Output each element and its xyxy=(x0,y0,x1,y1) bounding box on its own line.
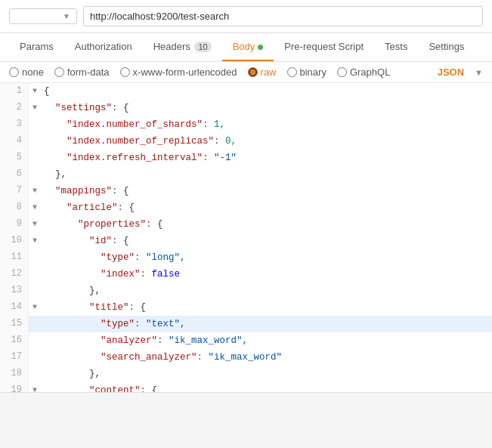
tab-settings[interactable]: Settings xyxy=(418,33,475,61)
line-content: "index.number_of_replicas": 0, xyxy=(41,133,492,150)
line-arrow-icon[interactable]: ▼ xyxy=(29,299,41,316)
code-line: 13 }, xyxy=(0,283,492,299)
line-content: "index.number_of_shards": 1, xyxy=(41,116,492,133)
line-number: 6 xyxy=(0,166,29,183)
code-line: 19▼ "content": { xyxy=(0,382,492,392)
line-content: "type": "text", xyxy=(41,316,492,332)
line-content: { xyxy=(41,83,492,100)
line-arrow-icon[interactable]: ▼ xyxy=(29,233,41,249)
tab-tests[interactable]: Tests xyxy=(374,33,418,61)
body-option-x-www-form-urlencoded[interactable]: x-www-form-urlencoded xyxy=(120,66,237,78)
body-option-none[interactable]: none xyxy=(9,66,44,78)
url-input[interactable] xyxy=(83,6,483,26)
line-content: }, xyxy=(41,166,492,183)
body-option-GraphQL[interactable]: GraphQL xyxy=(337,66,390,78)
tab-pre-request-script[interactable]: Pre-request Script xyxy=(274,33,374,61)
code-line: 10▼ "id": { xyxy=(0,233,492,249)
tab-headers[interactable]: Headers 10 xyxy=(143,33,222,61)
code-line: 6 }, xyxy=(0,166,492,183)
code-line: 5 "index.refresh_interval": "-1" xyxy=(0,150,492,166)
line-arrow-icon xyxy=(29,316,41,332)
line-number: 4 xyxy=(0,133,29,150)
line-number: 15 xyxy=(0,316,29,332)
line-arrow-icon xyxy=(29,266,41,283)
line-arrow-icon[interactable]: ▼ xyxy=(29,100,41,116)
line-content: "id": { xyxy=(41,233,492,249)
line-number: 1 xyxy=(0,83,29,100)
line-number: 9 xyxy=(0,216,29,233)
body-option-form-data[interactable]: form-data xyxy=(54,66,110,78)
line-arrow-icon xyxy=(29,283,41,299)
line-content: "index": false xyxy=(41,266,492,283)
line-number: 10 xyxy=(0,233,29,249)
line-arrow-icon xyxy=(29,332,41,349)
code-line: 18 }, xyxy=(0,366,492,382)
code-line: 17 "search_analyzer": "ik_max_word" xyxy=(0,349,492,366)
code-line: 12 "index": false xyxy=(0,266,492,283)
line-arrow-icon[interactable]: ▼ xyxy=(29,382,41,392)
line-number: 12 xyxy=(0,266,29,283)
line-arrow-icon xyxy=(29,349,41,366)
tab-params[interactable]: Params xyxy=(9,33,64,61)
line-number: 18 xyxy=(0,366,29,382)
line-content: "search_analyzer": "ik_max_word" xyxy=(41,349,492,366)
code-line: 4 "index.number_of_replicas": 0, xyxy=(0,133,492,150)
body-options-bar: noneform-datax-www-form-urlencodedrawbin… xyxy=(0,62,492,83)
line-arrow-icon xyxy=(29,133,41,150)
raw-format-label[interactable]: JSON xyxy=(438,66,464,78)
raw-format-chevron-icon[interactable]: ▼ xyxy=(475,68,483,77)
line-content: "settings": { xyxy=(41,100,492,116)
line-arrow-icon xyxy=(29,166,41,183)
code-line: 8▼ "article": { xyxy=(0,199,492,216)
line-arrow-icon xyxy=(29,249,41,266)
line-number: 11 xyxy=(0,249,29,266)
line-arrow-icon[interactable]: ▼ xyxy=(29,199,41,216)
code-line: 1▼{ xyxy=(0,83,492,100)
code-line: 3 "index.number_of_shards": 1, xyxy=(0,116,492,133)
code-line: 9▼ "properties": { xyxy=(0,216,492,233)
line-arrow-icon[interactable]: ▼ xyxy=(29,183,41,199)
line-arrow-icon xyxy=(29,116,41,133)
code-area[interactable]: 1▼{2▼ "settings": {3 "index.number_of_sh… xyxy=(0,83,492,392)
code-line: 11 "type": "long", xyxy=(0,249,492,266)
line-content: "type": "long", xyxy=(41,249,492,266)
top-bar: ▼ xyxy=(0,0,492,33)
chevron-down-icon: ▼ xyxy=(63,12,70,20)
line-content: "analyzer": "ik_max_word", xyxy=(41,332,492,349)
line-number: 7 xyxy=(0,183,29,199)
code-line: 7▼ "mappings": { xyxy=(0,183,492,199)
response-section xyxy=(0,392,492,405)
line-arrow-icon[interactable]: ▼ xyxy=(29,216,41,233)
line-number: 17 xyxy=(0,349,29,366)
tab-authorization[interactable]: Authorization xyxy=(64,33,143,61)
line-number: 2 xyxy=(0,100,29,116)
line-content: "article": { xyxy=(41,199,492,216)
line-content: "properties": { xyxy=(41,216,492,233)
line-arrow-icon xyxy=(29,150,41,166)
code-line: 16 "analyzer": "ik_max_word", xyxy=(0,332,492,349)
line-arrow-icon xyxy=(29,366,41,382)
body-option-raw[interactable]: raw xyxy=(248,66,277,78)
line-content: "title": { xyxy=(41,299,492,316)
code-line: 15 "type": "text", xyxy=(0,316,492,332)
line-number: 14 xyxy=(0,299,29,316)
line-content: "content": { xyxy=(41,382,492,392)
tab-body[interactable]: Body xyxy=(222,33,274,61)
line-content: "mappings": { xyxy=(41,183,492,199)
line-number: 19 xyxy=(0,382,29,392)
line-arrow-icon[interactable]: ▼ xyxy=(29,83,41,100)
line-number: 8 xyxy=(0,199,29,216)
line-number: 13 xyxy=(0,283,29,299)
code-line: 14▼ "title": { xyxy=(0,299,492,316)
line-number: 16 xyxy=(0,332,29,349)
code-line: 2▼ "settings": { xyxy=(0,100,492,116)
line-content: }, xyxy=(41,283,492,299)
method-select[interactable]: ▼ xyxy=(9,8,77,24)
line-number: 5 xyxy=(0,150,29,166)
tabs-bar: ParamsAuthorizationHeaders 10BodyPre-req… xyxy=(0,33,492,62)
body-option-binary[interactable]: binary xyxy=(287,66,326,78)
line-content: "index.refresh_interval": "-1" xyxy=(41,150,492,166)
line-content: }, xyxy=(41,366,492,382)
line-number: 3 xyxy=(0,116,29,133)
